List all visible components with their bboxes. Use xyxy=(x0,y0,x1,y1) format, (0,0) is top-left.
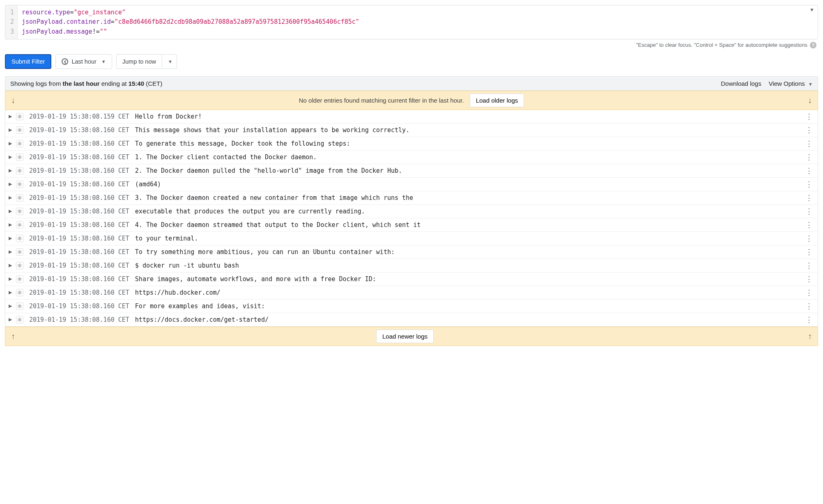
scroll-down-icon[interactable]: ↓ xyxy=(806,96,814,105)
log-row[interactable]: ▶✱2019-01-19 15:38:08.160 CET1. The Dock… xyxy=(5,151,818,164)
help-icon[interactable]: ? xyxy=(810,42,816,48)
log-row[interactable]: ▶✱2019-01-19 15:38:08.160 CETThis messag… xyxy=(5,124,818,137)
expand-icon[interactable]: ▶ xyxy=(9,249,13,254)
row-menu-icon[interactable]: ⋮ xyxy=(804,112,814,121)
log-row[interactable]: ▶✱2019-01-19 15:38:08.160 CETTo try some… xyxy=(5,245,818,259)
row-menu-icon[interactable]: ⋮ xyxy=(804,247,814,257)
severity-icon[interactable]: ✱ xyxy=(16,275,23,283)
severity-icon[interactable]: ✱ xyxy=(16,208,23,215)
log-message: https://docs.docker.com/get-started/ xyxy=(135,316,800,323)
severity-icon[interactable]: ✱ xyxy=(16,140,23,147)
time-range-button[interactable]: Last hour ▼ xyxy=(55,54,112,69)
log-timestamp: 2019-01-19 15:38:08.160 CET xyxy=(29,167,129,174)
expand-icon[interactable]: ▶ xyxy=(9,168,13,173)
load-newer-logs-button[interactable]: Load newer logs xyxy=(376,330,434,343)
log-row[interactable]: ▶✱2019-01-19 15:38:08.160 CETto your ter… xyxy=(5,232,818,245)
expand-icon[interactable]: ▶ xyxy=(9,276,13,282)
log-timestamp: 2019-01-19 15:38:08.160 CET xyxy=(29,126,129,134)
expand-icon[interactable]: ▶ xyxy=(9,114,13,119)
expand-icon[interactable]: ▶ xyxy=(9,141,13,146)
row-menu-icon[interactable]: ⋮ xyxy=(804,166,814,175)
expand-icon[interactable]: ▶ xyxy=(9,236,13,241)
time-range-label: Last hour xyxy=(71,58,96,65)
log-row[interactable]: ▶✱2019-01-19 15:38:08.160 CEThttps://doc… xyxy=(5,313,818,326)
log-row[interactable]: ▶✱2019-01-19 15:38:08.159 CETHello from … xyxy=(5,110,818,124)
severity-icon[interactable]: ✱ xyxy=(16,181,23,188)
expand-icon[interactable]: ▶ xyxy=(9,181,13,187)
submit-filter-label: Submit Filter xyxy=(11,58,45,65)
expand-icon[interactable]: ▶ xyxy=(9,127,13,133)
log-timestamp: 2019-01-19 15:38:08.160 CET xyxy=(29,289,129,296)
log-message: For more examples and ideas, visit: xyxy=(135,302,800,310)
log-row[interactable]: ▶✱2019-01-19 15:38:08.160 CET4. The Dock… xyxy=(5,218,818,232)
log-timestamp: 2019-01-19 15:38:08.160 CET xyxy=(29,275,129,283)
row-menu-icon[interactable]: ⋮ xyxy=(804,315,814,324)
filter-code[interactable]: resource.type="gce_instance" jsonPayload… xyxy=(18,5,818,39)
severity-icon[interactable]: ✱ xyxy=(16,235,23,242)
filter-dropdown-icon[interactable]: ▼ xyxy=(809,7,814,13)
expand-icon[interactable]: ▶ xyxy=(9,195,13,200)
row-menu-icon[interactable]: ⋮ xyxy=(804,126,814,135)
severity-icon[interactable]: ✱ xyxy=(16,153,23,161)
row-menu-icon[interactable]: ⋮ xyxy=(804,302,814,311)
view-options-label: View Options xyxy=(769,80,805,87)
scroll-down-icon[interactable]: ↓ xyxy=(9,96,17,105)
severity-icon[interactable]: ✱ xyxy=(16,167,23,174)
expand-icon[interactable]: ▶ xyxy=(9,290,13,295)
submit-filter-button[interactable]: Submit Filter xyxy=(5,54,51,69)
row-menu-icon[interactable]: ⋮ xyxy=(804,193,814,202)
newer-logs-banner: ↑ Load newer logs ↑ xyxy=(5,327,818,346)
severity-icon[interactable]: ✱ xyxy=(16,113,23,120)
severity-icon[interactable]: ✱ xyxy=(16,221,23,229)
log-message: 4. The Docker daemon streamed that outpu… xyxy=(135,221,800,229)
expand-icon[interactable]: ▶ xyxy=(9,317,13,322)
row-menu-icon[interactable]: ⋮ xyxy=(804,139,814,148)
severity-icon[interactable]: ✱ xyxy=(16,262,23,269)
scroll-up-icon[interactable]: ↑ xyxy=(806,332,814,341)
log-row[interactable]: ▶✱2019-01-19 15:38:08.160 CETShare image… xyxy=(5,273,818,286)
row-menu-icon[interactable]: ⋮ xyxy=(804,207,814,216)
log-row[interactable]: ▶✱2019-01-19 15:38:08.160 CET3. The Dock… xyxy=(5,191,818,205)
log-row[interactable]: ▶✱2019-01-19 15:38:08.160 CET2. The Dock… xyxy=(5,164,818,178)
row-menu-icon[interactable]: ⋮ xyxy=(804,153,814,162)
log-timestamp: 2019-01-19 15:38:08.160 CET xyxy=(29,302,129,310)
row-menu-icon[interactable]: ⋮ xyxy=(804,288,814,297)
log-row[interactable]: ▶✱2019-01-19 15:38:08.160 CETexecutable … xyxy=(5,205,818,218)
row-menu-icon[interactable]: ⋮ xyxy=(804,234,814,243)
log-timestamp: 2019-01-19 15:38:08.160 CET xyxy=(29,140,129,147)
log-timestamp: 2019-01-19 15:38:08.160 CET xyxy=(29,181,129,188)
filter-value: "" xyxy=(100,28,107,35)
log-row[interactable]: ▶✱2019-01-19 15:38:08.160 CET$ docker ru… xyxy=(5,259,818,273)
severity-icon[interactable]: ✱ xyxy=(16,289,23,296)
load-older-logs-button[interactable]: Load older logs xyxy=(470,94,524,107)
log-table: ▶✱2019-01-19 15:38:08.159 CETHello from … xyxy=(5,110,818,327)
row-menu-icon[interactable]: ⋮ xyxy=(804,261,814,270)
log-timestamp: 2019-01-19 15:38:08.160 CET xyxy=(29,221,129,229)
expand-icon[interactable]: ▶ xyxy=(9,222,13,227)
expand-icon[interactable]: ▶ xyxy=(9,303,13,309)
view-options-button[interactable]: View Options ▼ xyxy=(769,80,813,87)
severity-icon[interactable]: ✱ xyxy=(16,316,23,323)
download-logs-link[interactable]: Download logs xyxy=(721,80,761,87)
filter-editor[interactable]: 1 2 3 resource.type="gce_instance" jsonP… xyxy=(5,5,818,39)
log-row[interactable]: ▶✱2019-01-19 15:38:08.160 CEThttps://hub… xyxy=(5,286,818,300)
jump-to-now-button[interactable]: Jump to now xyxy=(116,54,162,69)
row-menu-icon[interactable]: ⋮ xyxy=(804,275,814,284)
severity-icon[interactable]: ✱ xyxy=(16,194,23,202)
expand-icon[interactable]: ▶ xyxy=(9,154,13,160)
log-row[interactable]: ▶✱2019-01-19 15:38:08.160 CETFor more ex… xyxy=(5,300,818,313)
severity-icon[interactable]: ✱ xyxy=(16,126,23,134)
expand-icon[interactable]: ▶ xyxy=(9,263,13,268)
clock-icon xyxy=(62,58,68,65)
log-row[interactable]: ▶✱2019-01-19 15:38:08.160 CET(amd64)⋮ xyxy=(5,178,818,191)
severity-icon[interactable]: ✱ xyxy=(16,302,23,310)
log-timestamp: 2019-01-19 15:38:08.160 CET xyxy=(29,194,129,202)
older-banner-message: No older entries found matching current … xyxy=(299,97,464,104)
row-menu-icon[interactable]: ⋮ xyxy=(804,220,814,229)
expand-icon[interactable]: ▶ xyxy=(9,208,13,214)
row-menu-icon[interactable]: ⋮ xyxy=(804,180,814,189)
log-row[interactable]: ▶✱2019-01-19 15:38:08.160 CETTo generate… xyxy=(5,137,818,151)
scroll-up-icon[interactable]: ↑ xyxy=(9,332,17,341)
jump-to-now-dropdown[interactable]: ▼ xyxy=(162,54,177,69)
severity-icon[interactable]: ✱ xyxy=(16,248,23,256)
